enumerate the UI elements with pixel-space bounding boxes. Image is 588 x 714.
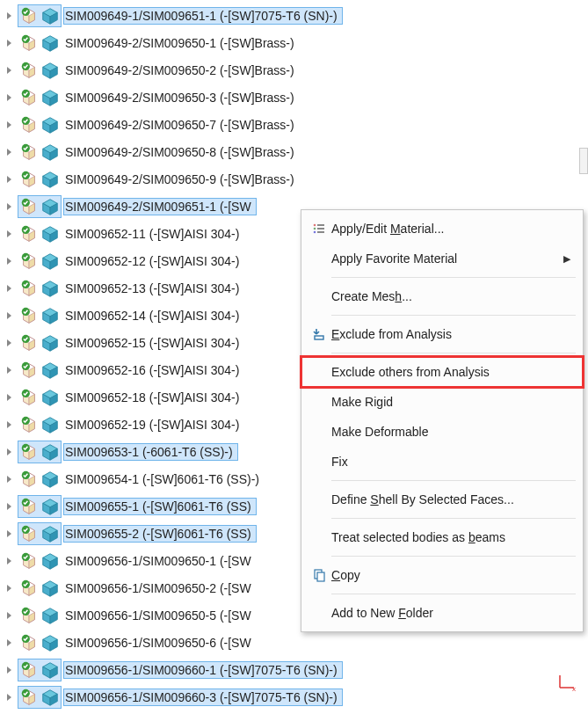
submenu-arrow-icon: ▶ [563, 253, 570, 265]
menu-item-label: Create Mesh... [331, 289, 570, 303]
tree-item-label: SIM009649-2/SIM009650-8 (-[SW]Brass-) [63, 143, 300, 161]
tree-item-icons [18, 59, 62, 82]
solid-body-icon [40, 306, 60, 325]
tree-item-label: SIM009649-2/SIM009650-2 (-[SW]Brass-) [63, 62, 300, 79]
solid-body-icon [40, 524, 60, 543]
part-cube-icon [19, 415, 39, 434]
expand-icon[interactable] [4, 473, 16, 485]
menu-separator [331, 518, 576, 519]
tree-item[interactable]: SIM009649-2/SIM009650-7 (-[SW]Brass-) [0, 111, 588, 138]
menu-item[interactable]: Exclude others from Analysis [301, 357, 583, 387]
part-cube-icon [19, 388, 39, 407]
solid-body-icon [40, 415, 60, 434]
solid-body-icon [40, 606, 60, 625]
tree-item-icons [18, 550, 62, 572]
menu-item[interactable]: Create Mesh... [301, 281, 583, 311]
menu-item-label: Make Rigid [331, 395, 570, 409]
expand-icon[interactable] [4, 64, 16, 76]
solid-body-icon [40, 61, 60, 80]
expand-icon[interactable] [4, 528, 16, 540]
expand-icon[interactable] [4, 37, 16, 49]
tree-item-icons [18, 195, 62, 218]
menu-item[interactable]: Fix [301, 447, 583, 477]
expand-icon[interactable] [4, 691, 16, 703]
part-cube-icon [19, 660, 39, 680]
part-cube-icon [19, 279, 39, 298]
expand-icon[interactable] [4, 500, 16, 513]
expand-icon[interactable] [4, 419, 16, 431]
menu-item[interactable]: Treat selected bodies as beams [301, 522, 583, 552]
part-cube-icon [19, 6, 39, 26]
expand-icon[interactable] [4, 173, 16, 186]
expand-icon[interactable] [4, 119, 16, 131]
tree-item-icons [18, 304, 62, 327]
solid-body-icon [40, 88, 60, 107]
expand-icon[interactable] [4, 446, 16, 458]
menu-item-label: Copy [331, 568, 570, 582]
menu-separator [331, 277, 576, 278]
tree-item-label: SIM009656-1/SIM009650-6 (-[SW [63, 634, 257, 652]
menu-item[interactable]: Exclude from Analysis [301, 319, 583, 349]
tree-item-label: SIM009649-2/SIM009650-1 (-[SW]Brass-) [63, 34, 300, 52]
expand-icon[interactable] [4, 91, 16, 104]
tree-item-label: SIM009656-1/SIM009650-1 (-[SW [63, 552, 257, 570]
expand-icon[interactable] [4, 200, 16, 213]
tree-item[interactable]: SIM009656-1/SIM009660-3 (-[SW]7075-T6 (S… [0, 683, 588, 710]
part-cube-icon [19, 88, 39, 107]
menu-item[interactable]: Apply/Edit Material... [301, 214, 583, 244]
tree-item-icons [18, 631, 62, 654]
expand-icon[interactable] [4, 10, 16, 22]
menu-item-label: Define Shell By Selected Faces... [331, 492, 570, 506]
tree-item[interactable]: SIM009649-2/SIM009650-1 (-[SW]Brass-) [0, 29, 588, 56]
tree-item-icons [18, 32, 62, 55]
tree-item[interactable]: SIM009656-1/SIM009660-1 (-[SW]7075-T6 (S… [0, 656, 588, 683]
tree-item[interactable]: SIM009656-1/SIM009650-6 (-[SW [0, 629, 588, 656]
tree-item[interactable]: SIM009649-1/SIM009651-1 (-[SW]7075-T6 (S… [0, 2, 588, 29]
tree-item[interactable]: SIM009649-2/SIM009650-3 (-[SW]Brass-) [0, 84, 588, 111]
menu-separator [331, 480, 576, 481]
expand-icon[interactable] [4, 310, 16, 322]
expand-icon[interactable] [4, 364, 16, 376]
tree-item[interactable]: SIM009649-2/SIM009650-2 (-[SW]Brass-) [0, 56, 588, 84]
tree-item-label: SIM009652-18 (-[SW]AISI 304-) [63, 389, 244, 406]
menu-item[interactable]: Make Rigid [301, 387, 583, 417]
part-cube-icon [19, 142, 39, 162]
expand-icon[interactable] [4, 255, 16, 267]
expand-icon[interactable] [4, 664, 16, 676]
menu-item-label: Exclude from Analysis [331, 327, 570, 341]
part-cube-icon [19, 524, 39, 543]
exclude-arrow-icon [307, 327, 331, 341]
tree-item-icons [18, 222, 62, 245]
expand-icon[interactable] [4, 609, 16, 622]
tree-item-icons [18, 168, 62, 191]
sidebar-collapse-handle[interactable] [579, 148, 588, 174]
expand-icon[interactable] [4, 337, 16, 349]
expand-icon[interactable] [4, 146, 16, 158]
menu-separator [331, 594, 576, 594]
tree-item-icons [18, 495, 62, 518]
menu-item-label: Exclude others from Analysis [331, 365, 570, 379]
menu-item[interactable]: Define Shell By Selected Faces... [301, 484, 583, 514]
tree-item[interactable]: SIM009649-2/SIM009650-9 (-[SW]Brass-) [0, 165, 588, 193]
expand-icon[interactable] [4, 582, 16, 594]
tree-item-label: SIM009649-1/SIM009651-1 (-[SW]7075-T6 (S… [63, 7, 343, 25]
part-cube-icon [19, 306, 39, 325]
menu-item[interactable]: Make Deformable [301, 417, 583, 447]
expand-icon[interactable] [4, 282, 16, 295]
tree-item[interactable]: SIM009649-2/SIM009650-8 (-[SW]Brass-) [0, 138, 588, 165]
menu-item[interactable]: Copy [301, 560, 583, 590]
part-cube-icon [19, 115, 39, 135]
tree-item-label: SIM009653-1 (-6061-T6 (SS)-) [63, 443, 238, 461]
tree-item-label: SIM009652-11 (-[SW]AISI 304-) [63, 225, 244, 243]
solid-body-icon [40, 388, 60, 407]
expand-icon[interactable] [4, 637, 16, 649]
expand-icon[interactable] [4, 228, 16, 240]
tree-item-label: SIM009656-1/SIM009660-1 (-[SW]7075-T6 (S… [63, 661, 343, 679]
menu-item[interactable]: Apply Favorite Material▶ [301, 244, 583, 273]
expand-icon[interactable] [4, 391, 16, 404]
context-menu: Apply/Edit Material...Apply Favorite Mat… [301, 209, 584, 632]
solid-body-icon [40, 197, 60, 216]
menu-item[interactable]: Add to New Folder [301, 598, 583, 628]
expand-icon[interactable] [4, 555, 16, 567]
tree-item-icons [18, 4, 62, 27]
